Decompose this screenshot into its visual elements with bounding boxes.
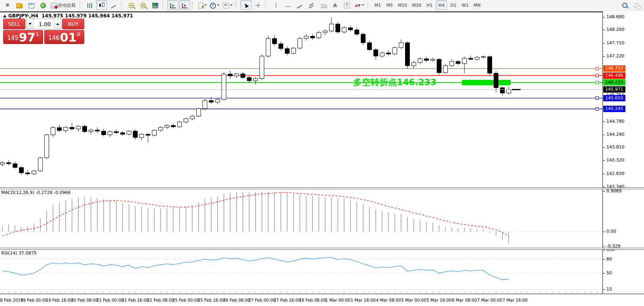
time-label: 5 Mar 16:00 [426, 298, 451, 302]
time-label: 4 Mar 08:00 [376, 298, 401, 302]
dropdown-caret-icon[interactable] [230, 4, 233, 6]
line-chart-button[interactable] [108, 0, 119, 10]
axis-tick [603, 232, 605, 232]
price-tick: 147.710 [606, 40, 625, 46]
axis-tick [603, 174, 605, 174]
text-label-button[interactable]: T [341, 0, 352, 10]
buy-button[interactable]: BUY [62, 19, 84, 29]
buy-price-point: 0 [77, 31, 80, 37]
axis-tick [603, 259, 605, 260]
tf-mn-button-label: MN [473, 3, 481, 8]
axis-tick [603, 289, 605, 290]
price-axis[interactable]: 148.680148.200147.710147.220145.750144.7… [602, 11, 644, 295]
book-button[interactable] [14, 0, 25, 10]
time-label: 19 Feb 00:00 [21, 298, 48, 302]
time-axis[interactable]: 8 Feb 201919 Feb 00:0019 Feb 16:0020 Feb… [0, 294, 644, 306]
channel-button[interactable] [306, 0, 317, 10]
price-tick: 142.830 [606, 171, 625, 176]
search-button[interactable] [619, 0, 630, 10]
chart-window-button[interactable] [26, 0, 37, 10]
tf-h4-button[interactable]: H4 [436, 0, 447, 10]
toolbar: 单自动交易ATM1M5M15M30H1H4D1W1MN [0, 0, 644, 11]
tf-m5-button-label: M5 [386, 3, 394, 8]
tf-m30-button[interactable]: M30 [410, 0, 424, 10]
trendline-button[interactable] [294, 0, 305, 10]
text-button[interactable]: A [330, 0, 341, 10]
price-badge: 146.233 [603, 79, 625, 86]
zoom-out-button[interactable] [138, 0, 149, 10]
price-badge: 146.496 [603, 72, 625, 79]
signal-icon [40, 3, 46, 8]
tf-h4-button-label: H4 [438, 3, 445, 8]
tf-w1-button[interactable]: W1 [460, 0, 471, 10]
order-label-truncated: 单 [2, 0, 13, 10]
chat-button[interactable] [631, 0, 642, 10]
main-price-pane[interactable]: 多空转折点146.233 [0, 11, 602, 187]
chat-icon [634, 4, 639, 8]
sell-price-pips: 97 [19, 32, 36, 43]
book-icon [16, 3, 23, 8]
bar-ticks [2, 291, 597, 293]
chart-shift-icon [182, 3, 188, 8]
volume-increase-button[interactable] [54, 19, 61, 29]
tf-mn-button[interactable]: MN [472, 0, 483, 10]
tf-d1-button[interactable]: D1 [448, 0, 459, 10]
axis-tick [603, 122, 605, 122]
volume-stepper: 1.00 [26, 19, 61, 29]
shapes-button[interactable] [353, 0, 366, 10]
rsi-pane[interactable] [0, 250, 602, 294]
pivot-annotation: 多空转折点146.233 [353, 77, 436, 87]
autotrading-button[interactable]: 自动交易 [49, 0, 78, 10]
axis-tick [603, 30, 605, 30]
sell-button[interactable]: SELL [3, 19, 25, 29]
autotrading-button-label: 自动交易 [57, 2, 76, 8]
fibonacci-icon [321, 4, 326, 8]
zoom-in-button[interactable] [126, 0, 137, 10]
signal-button[interactable] [38, 0, 49, 10]
tf-w1-button-label: W1 [461, 3, 470, 8]
toolbar-separator [265, 2, 268, 9]
axis-tick [603, 191, 605, 192]
price-badge: 146.752 [603, 65, 625, 72]
tf-h1-button[interactable]: H1 [424, 0, 435, 10]
tf-d1-button-label: D1 [449, 3, 457, 8]
dropdown-caret-icon[interactable] [217, 4, 220, 6]
buy-price-button[interactable]: 146010 [44, 30, 84, 44]
tf-m5-button[interactable]: M5 [384, 0, 395, 10]
pane-splitter[interactable] [0, 248, 644, 250]
horizontal-line-button[interactable] [282, 0, 293, 10]
cursor-button[interactable] [241, 0, 252, 10]
sell-price-point: 1 [36, 31, 39, 37]
chart-shift-button[interactable] [179, 0, 190, 10]
tile-windows-button[interactable] [150, 0, 161, 10]
sell-price-button[interactable]: 145971 [3, 30, 43, 44]
time-label: 7 Mar 16:00 [502, 298, 527, 302]
macd-pane[interactable] [0, 189, 602, 248]
volume-input[interactable]: 1.00 [34, 19, 54, 29]
axis-tick [603, 43, 605, 44]
tf-m15-button[interactable]: M15 [396, 0, 409, 10]
candlestick-button[interactable] [96, 0, 107, 10]
dropdown-caret-icon[interactable] [362, 4, 364, 6]
pane-splitter[interactable] [0, 187, 644, 189]
price-tick: 143.810 [606, 144, 625, 150]
periods-button[interactable] [209, 0, 221, 10]
toolbar-separator [367, 2, 370, 9]
collapse-arrow-icon[interactable] [3, 15, 6, 17]
time-label: 5 Mar 00:00 [401, 298, 426, 302]
crosshair-button[interactable] [252, 0, 263, 10]
tf-m1-button[interactable]: M1 [372, 0, 383, 10]
price-badge: 145.971 [603, 86, 625, 93]
vertical-line-icon [276, 3, 276, 8]
auto-scroll-button[interactable] [167, 0, 178, 10]
vertical-line-button[interactable] [270, 0, 281, 10]
volume-decrease-button[interactable] [27, 19, 34, 29]
macd-indicator-label: MACD(12,26,9) -0.2728 -0.0966 [1, 190, 70, 195]
fibonacci-button[interactable] [318, 0, 329, 10]
highlight-rectangle [462, 80, 511, 86]
indicators-button[interactable] [222, 0, 234, 10]
buy-price-pips: 01 [60, 32, 77, 43]
new-order-button[interactable] [197, 0, 208, 10]
bar-chart-button[interactable] [84, 0, 95, 10]
axis-tick [603, 56, 605, 57]
